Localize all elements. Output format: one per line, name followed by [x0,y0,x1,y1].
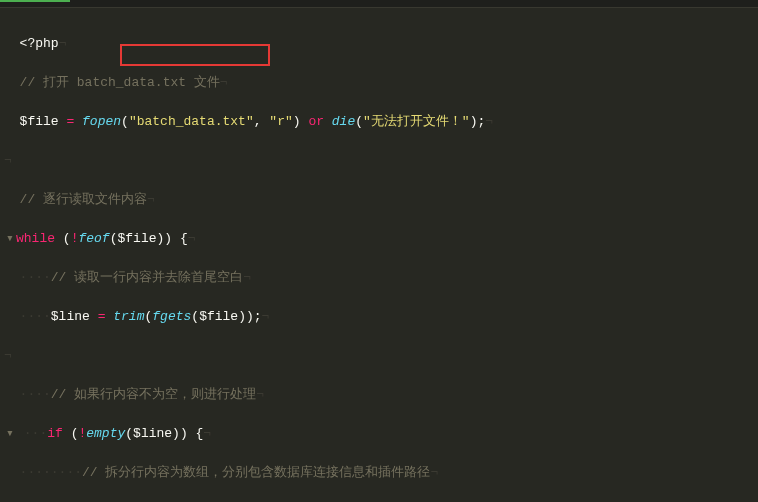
code-line: ▾ ···if (!empty($line)) {¬ [4,424,758,444]
code-line: ····$line = trim(fgets($file));¬ [4,307,758,327]
tab-bar [0,0,758,8]
code-line: ····// 如果行内容不为空，则进行处理¬ [4,385,758,405]
code-line: ¬ [4,151,758,171]
code-line: ········// 拆分行内容为数组，分别包含数据库连接信息和插件路径¬ [4,463,758,483]
code-line: // 逐行读取文件内容¬ [4,190,758,210]
code-line: <?php¬ [4,34,758,54]
code-line: ¬ [4,346,758,366]
fold-marker[interactable]: ▾ [4,424,16,444]
fold-marker[interactable]: ▾ [4,229,16,249]
whitespace [4,36,20,51]
comment: // 打开 batch_data.txt 文件 [20,75,220,90]
code-editor[interactable]: <?php¬ // 打开 batch_data.txt 文件¬ $file = … [0,8,758,502]
php-open-tag: <?php [20,36,59,51]
code-line: ▾while (!feof($file)) {¬ [4,229,758,249]
active-tab-indicator[interactable] [0,0,70,2]
code-line: // 打开 batch_data.txt 文件¬ [4,73,758,93]
code-line: ····// 读取一行内容并去除首尾空白¬ [4,268,758,288]
code-line: $file = fopen("batch_data.txt", "r") or … [4,112,758,132]
